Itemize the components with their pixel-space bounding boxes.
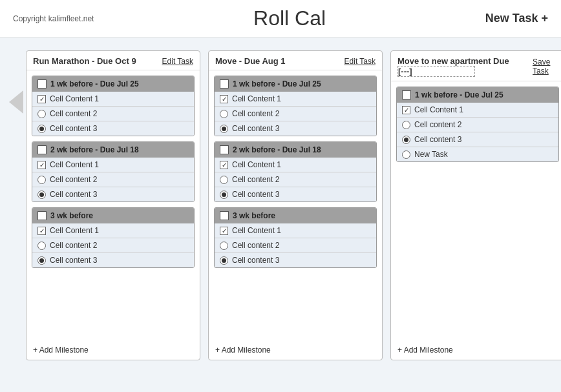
milestone-item-2-3-1: Cell Content 1	[215, 223, 376, 238]
item-radio-1-2-3[interactable]	[37, 191, 46, 199]
item-radio-3-1-4[interactable]	[402, 150, 410, 159]
milestone-1-2: 2 wk before - Due Jul 18Cell Content 1Ce…	[32, 141, 195, 202]
edit-task-link-2[interactable]: Edit Task	[344, 57, 376, 66]
item-radio-2-2-2[interactable]	[220, 176, 228, 184]
item-label-2-2-3: Cell content 3	[232, 190, 279, 199]
item-radio-2-2-3[interactable]	[220, 191, 228, 199]
milestone-checkbox-2-1[interactable]	[220, 79, 229, 88]
item-checkbox-1-1-1[interactable]	[37, 95, 46, 103]
item-radio-1-1-2[interactable]	[37, 110, 46, 118]
milestone-header-2-2: 2 wk before - Due Jul 18	[215, 142, 376, 158]
milestone-title-2-2: 2 wk before - Due Jul 18	[233, 145, 321, 154]
add-milestone-link-2[interactable]: Add Milestone	[209, 340, 382, 360]
milestone-item-2-2-1: Cell Content 1	[215, 158, 376, 172]
item-checkbox-2-3-1[interactable]	[220, 227, 228, 235]
item-label-2-2-1: Cell Content 1	[232, 160, 281, 169]
task-card-1: Run Marathon - Due Oct 9Edit Task1 wk be…	[26, 50, 200, 360]
milestone-2-2: 2 wk before - Due Jul 18Cell Content 1Ce…	[214, 141, 377, 202]
card-title-input-3[interactable]	[397, 66, 475, 77]
arrow-left-icon	[9, 90, 23, 114]
item-radio-2-1-3[interactable]	[220, 125, 228, 133]
item-label-1-3-2: Cell content 2	[50, 241, 97, 250]
milestone-checkbox-2-2[interactable]	[220, 145, 229, 154]
milestone-header-1-3: 3 wk before	[32, 208, 194, 223]
new-task-icon: +	[541, 12, 548, 25]
item-label-2-1-2: Cell content 2	[232, 109, 279, 118]
columns-container: Run Marathon - Due Oct 9Edit Task1 wk be…	[26, 50, 561, 360]
card-title-1: Run Marathon - Due Oct 9	[33, 56, 136, 66]
milestone-header-1-2: 2 wk before - Due Jul 18	[32, 142, 194, 158]
item-radio-2-3-3[interactable]	[220, 256, 228, 265]
item-radio-1-3-2[interactable]	[37, 242, 46, 250]
item-label-1-1-1: Cell Content 1	[50, 94, 99, 103]
item-radio-1-1-3[interactable]	[37, 125, 46, 133]
milestone-item-1-2-1: Cell Content 1	[32, 158, 194, 172]
save-task-link-3[interactable]: Save Task	[533, 57, 558, 76]
milestone-2-1: 1 wk before - Due Jul 25Cell Content 1Ce…	[214, 76, 377, 136]
item-label-1-1-3: Cell content 3	[50, 124, 97, 133]
card-header-3: Move to new apartment Due Save Task	[391, 51, 561, 81]
item-label-2-1-1: Cell Content 1	[232, 94, 281, 103]
item-radio-3-1-3[interactable]	[402, 136, 410, 144]
milestone-checkbox-1-3[interactable]	[37, 211, 47, 220]
item-checkbox-2-1-1[interactable]	[220, 95, 228, 103]
milestone-title-2-3: 3 wk before	[233, 211, 275, 220]
item-label-2-3-3: Cell content 3	[232, 256, 279, 265]
item-checkbox-1-3-1[interactable]	[37, 227, 46, 235]
item-checkbox-3-1-1[interactable]	[402, 106, 410, 114]
milestone-item-2-2-3: Cell content 3	[215, 187, 376, 201]
milestone-item-1-1-2: Cell content 2	[32, 107, 194, 121]
copyright-text: Copyright kalimfleet.net	[13, 14, 94, 23]
milestone-item-2-1-2: Cell content 2	[215, 107, 376, 121]
item-label-1-1-2: Cell content 2	[50, 109, 97, 118]
milestone-items-1-1: Cell Content 1Cell content 2Cell content…	[32, 92, 194, 136]
item-checkbox-1-2-1[interactable]	[37, 161, 46, 169]
item-label-3-1-2: Cell content 2	[414, 120, 461, 129]
item-radio-2-1-2[interactable]	[220, 110, 228, 118]
milestone-item-3-1-4: New Task	[397, 147, 558, 161]
item-label-3-1-1: Cell Content 1	[414, 105, 463, 114]
milestone-items-3-1: Cell Content 1Cell content 2Cell content…	[397, 103, 558, 161]
milestone-item-2-2-2: Cell content 2	[215, 172, 376, 187]
milestone-checkbox-2-3[interactable]	[220, 211, 229, 220]
milestone-items-2-3: Cell Content 1Cell content 2Cell content…	[215, 223, 376, 267]
item-label-2-2-2: Cell content 2	[232, 175, 279, 184]
milestone-item-2-3-3: Cell content 3	[215, 253, 376, 267]
app-title: Roll Cal	[253, 6, 326, 30]
new-task-button[interactable]: New Task +	[485, 12, 548, 25]
milestone-items-1-2: Cell Content 1Cell content 2Cell content…	[32, 158, 194, 201]
milestone-item-3-1-3: Cell content 3	[397, 132, 558, 147]
item-radio-3-1-2[interactable]	[402, 121, 410, 129]
card-header-2: Move - Due Aug 1Edit Task	[209, 51, 382, 70]
item-radio-1-2-2[interactable]	[37, 176, 46, 184]
milestone-item-1-3-1: Cell Content 1	[32, 223, 194, 238]
milestone-header-1-1: 1 wk before - Due Jul 25	[32, 76, 194, 92]
milestone-header-2-3: 3 wk before	[215, 208, 376, 223]
item-label-1-3-1: Cell Content 1	[50, 226, 99, 235]
item-label-2-1-3: Cell content 3	[232, 124, 279, 133]
milestone-checkbox-1-1[interactable]	[37, 79, 47, 88]
milestone-item-1-2-3: Cell content 3	[32, 187, 194, 201]
item-radio-1-3-3[interactable]	[37, 256, 46, 265]
add-milestone-link-3[interactable]: Add Milestone	[391, 340, 561, 360]
item-checkbox-2-2-1[interactable]	[220, 161, 228, 169]
main-content: Run Marathon - Due Oct 9Edit Task1 wk be…	[0, 37, 561, 392]
task-card-3: Move to new apartment Due Save Task1 wk …	[390, 50, 561, 360]
item-label-3-1-3: Cell content 3	[414, 135, 461, 144]
milestone-checkbox-3-1[interactable]	[402, 90, 411, 99]
milestone-item-1-2-2: Cell content 2	[32, 172, 194, 187]
new-task-label: New Task	[485, 12, 538, 25]
milestone-items-1-3: Cell Content 1Cell content 2Cell content…	[32, 223, 194, 267]
edit-task-link-1[interactable]: Edit Task	[162, 57, 193, 66]
item-radio-2-3-2[interactable]	[220, 242, 228, 250]
milestone-header-3-1: 1 wk before - Due Jul 25	[397, 87, 558, 103]
milestone-item-2-3-2: Cell content 2	[215, 238, 376, 253]
milestone-checkbox-1-2[interactable]	[37, 145, 47, 154]
milestone-2-3: 3 wk beforeCell Content 1Cell content 2C…	[214, 207, 377, 268]
nav-left-arrow[interactable]	[6, 89, 26, 115]
milestone-item-1-3-3: Cell content 3	[32, 253, 194, 267]
milestone-item-2-1-1: Cell Content 1	[215, 92, 376, 107]
add-milestone-link-1[interactable]: Add Milestone	[26, 340, 200, 360]
item-label-1-2-3: Cell content 3	[50, 190, 97, 199]
milestone-item-1-3-2: Cell content 2	[32, 238, 194, 253]
